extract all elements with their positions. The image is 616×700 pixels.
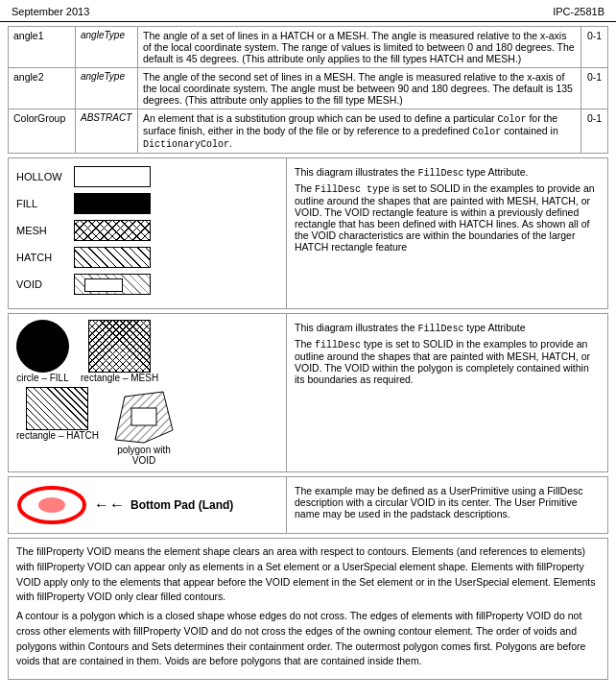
row-type: angleType [76,27,138,68]
row-name: ColorGroup [9,109,76,154]
table-row: ColorGroupABSTRACTAn element that is a s… [9,109,608,154]
rect-mesh-container: rectangle – MESH [81,320,158,383]
pad-right: The example may be defined as a UserPrim… [287,477,607,533]
fill-box-hatch [74,247,151,268]
diagram2-bottom-shapes: rectangle – HATCH [16,387,278,466]
pad-arrow: ← [94,496,125,514]
diagram1-left: HOLLOWFILLMESHHATCHVOID [9,158,287,308]
page-header: September 2013 IPC-2581B [0,0,616,22]
row-name: angle2 [9,68,76,109]
header-right: IPC-2581B [553,6,604,17]
bottom-text: The fillProperty VOID means the element … [8,538,608,680]
pad-label: Bottom Pad (Land) [130,498,233,512]
fill-label: FILL [16,198,74,209]
row-range: 0-1 [581,68,608,109]
row-description: The angle of a set of lines in a HATCH o… [138,27,581,68]
polygon-void-label: polygon withVOID [117,445,171,466]
fill-void-box [74,274,151,295]
pad-left: ← Bottom Pad (Land) [9,477,287,533]
diagram1-caption: This diagram illustrates the FillDesc ty… [295,166,600,179]
main-content: angle1angleTypeThe angle of a set of lin… [0,26,616,680]
fill-label: HATCH [16,252,74,263]
fill-label: HOLLOW [16,171,74,182]
bottom-paragraph-1: The fillProperty VOID means the element … [16,544,600,605]
fill-box-hollow [74,166,151,187]
row-type: ABSTRACT [76,109,138,154]
row-range: 0-1 [581,109,608,154]
fill-item-hollow: HOLLOW [16,166,278,187]
diagram2-right: This diagram illustrates the FillDesc ty… [287,314,607,471]
row-name: angle1 [9,27,76,68]
polygon-void-container: polygon withVOID [110,387,178,466]
diagram2-left: circle – FILL rectangle – MESH rectangle… [9,314,287,471]
fill-item-hatch: HATCH [16,247,278,268]
fill-box-mesh [74,220,151,241]
row-description: The angle of the second set of lines in … [138,68,581,109]
fill-label: VOID [16,278,74,290]
page: September 2013 IPC-2581B angle1angleType… [0,0,616,680]
row-range: 0-1 [581,27,608,68]
svg-point-5 [38,497,65,513]
table-row: angle1angleTypeThe angle of a set of lin… [9,27,608,68]
attributes-table: angle1angleTypeThe angle of a set of lin… [8,26,608,154]
fill-item-void: VOID [16,274,278,295]
fill-label: MESH [16,225,74,236]
row-description: An element that is a substitution group … [138,109,581,154]
rect-mesh-shape [88,320,151,373]
diagram1: HOLLOWFILLMESHHATCHVOID This diagram ill… [8,157,608,309]
pad-description: The example may be defined as a UserPrim… [295,485,583,519]
pad-section: ← Bottom Pad (Land) The example may be d… [8,476,608,534]
diagram1-right: This diagram illustrates the FillDesc ty… [287,158,607,308]
rect-mesh-label: rectangle – MESH [81,373,158,383]
polygon-void-shape [110,387,178,445]
circle-fill-container: circle – FILL [16,320,69,383]
bottom-paragraph-2: A contour is a polygon which is a closed… [16,609,600,669]
svg-rect-3 [131,408,156,425]
row-type: angleType [76,68,138,109]
rect-hatch-label: rectangle – HATCH [16,430,99,441]
diagram2-description: The fillDesc type is set to SOLID in the… [295,338,600,385]
diagram2-caption: This diagram illustrates the FillDesc ty… [295,322,600,334]
fill-item-solid: FILL [16,193,278,214]
diagram2-top-shapes: circle – FILL rectangle – MESH [16,320,278,383]
rect-hatch-shape [26,387,88,430]
rect-hatch-container: rectangle – HATCH [16,387,99,441]
fill-item-mesh: MESH [16,220,278,241]
circle-fill-label: circle – FILL [16,373,68,383]
diagram2: circle – FILL rectangle – MESH rectangle… [8,313,608,472]
fill-box-solid [74,193,151,214]
circle-fill-shape [16,320,69,373]
pad-oval-shape [16,485,88,525]
header-left: September 2013 [12,6,89,17]
diagram1-description: The FillDesc type is set to SOLID in the… [295,182,600,253]
table-row: angle2angleTypeThe angle of the second s… [9,68,608,109]
